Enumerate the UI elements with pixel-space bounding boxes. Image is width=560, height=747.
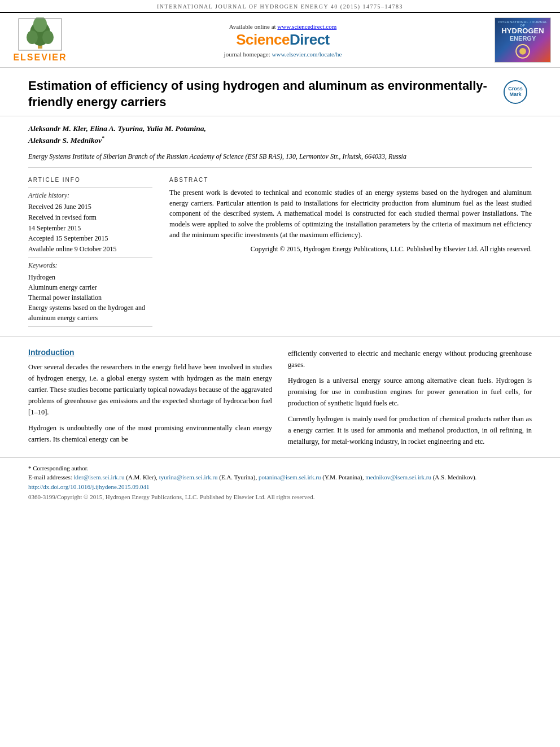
- intro-para-1-text: Over several decades the researchers in …: [28, 363, 272, 416]
- crossmark-line2: Mark: [509, 92, 521, 98]
- body-right-column: efficiently converted to electric and me…: [288, 348, 532, 452]
- authors-line1: Aleksandr M. Kler, Elina A. Tyurina, Yul…: [28, 124, 206, 133]
- authors-section: Aleksandr M. Kler, Elina A. Tyurina, Yul…: [0, 116, 560, 150]
- article-history-label: Article history:: [28, 191, 152, 200]
- sciencedirect-link[interactable]: www.sciencedirect.com: [277, 23, 336, 30]
- email-label: E-mail addresses:: [28, 474, 72, 480]
- info-divider-mid: [28, 257, 152, 258]
- journal-cover-area: International Journal of HYDROGEN ENERGY: [495, 18, 551, 63]
- header-band: ELSEVIER Available online at www.science…: [0, 12, 560, 68]
- keyword-1: Hydrogen: [28, 272, 152, 282]
- body-left-column: Introduction Over several decades the re…: [28, 348, 272, 452]
- abstract-column: Abstract The present work is devoted to …: [169, 177, 532, 330]
- article-info-heading: Article Info: [28, 177, 152, 183]
- accepted-date: Accepted 15 September 2015: [28, 234, 152, 243]
- intro-para-2: Hydrogen is undoubtedly one of the most …: [28, 422, 272, 445]
- corresponding-author-note: * Corresponding author.: [28, 464, 532, 473]
- email-2-author: (E.A. Tyurina),: [219, 474, 257, 480]
- authors-text: Aleksandr M. Kler, Elina A. Tyurina, Yul…: [28, 123, 532, 146]
- article-info-abstract-section: Article Info Article history: Received 2…: [0, 171, 560, 337]
- svg-point-2: [27, 30, 38, 44]
- info-divider-bot: [28, 326, 152, 327]
- crossmark-circle: Cross Mark: [504, 80, 527, 104]
- abstract-copyright: Copyright © 2015, Hydrogen Energy Public…: [169, 244, 532, 254]
- journal-top-bar: International Journal of Hydrogen Energy…: [0, 0, 560, 12]
- elsevier-wordmark: ELSEVIER: [13, 53, 67, 63]
- available-online-date: Available online 9 October 2015: [28, 244, 152, 254]
- crossmark-badge: Cross Mark: [504, 80, 532, 104]
- received-date: Received 26 June 2015: [28, 202, 152, 212]
- body-right-para-1: efficiently converted to electric and me…: [288, 348, 532, 370]
- article-title-section: Estimation of efficiency of using hydrog…: [0, 68, 560, 116]
- email-1-author: (A.M. Kler),: [126, 474, 158, 480]
- svg-point-3: [42, 30, 54, 44]
- direct-text: Direct: [290, 31, 330, 48]
- email-3-link[interactable]: potanina@isem.sei.irk.ru: [259, 474, 321, 480]
- footnote-copyright: 0360-3199/Copyright © 2015, Hydrogen Ene…: [28, 493, 532, 500]
- cover-main-text: HYDROGEN ENERGY: [501, 27, 544, 42]
- email-1-link[interactable]: kler@isem.sei.irk.ru: [74, 474, 125, 480]
- received-revised-date: 14 September 2015: [28, 224, 152, 233]
- authors-line2: Aleksandr S. Mednikov: [28, 136, 102, 145]
- info-divider-top: [28, 187, 152, 188]
- received-revised-label: Received in revised form: [28, 213, 152, 222]
- keyword-2: Aluminum energy carrier: [28, 282, 152, 292]
- cover-hydrogen: HYDROGEN: [501, 27, 544, 35]
- affiliation-text: Energy Systems Institute of Siberian Bra…: [28, 152, 532, 161]
- doi-line: http://dx.doi.org/10.1016/j.ijhydene.201…: [28, 482, 532, 492]
- article-info-column: Article Info Article history: Received 2…: [28, 177, 152, 330]
- cover-energy: ENERGY: [501, 35, 544, 42]
- homepage-label: journal homepage:: [224, 51, 270, 58]
- email-4-link[interactable]: mednikov@isem.sei.irk.ru: [365, 474, 431, 480]
- intro-para-1: Over several decades the researchers in …: [28, 361, 272, 418]
- sciencedirect-logo: ScienceDirect: [77, 31, 489, 49]
- article-body-section: Introduction Over several decades the re…: [0, 337, 560, 457]
- corresponding-sup: *: [102, 135, 104, 141]
- doi-link[interactable]: http://dx.doi.org/10.1016/j.ijhydene.201…: [28, 483, 150, 490]
- science-text: Science: [236, 31, 290, 48]
- footnote-section: * Corresponding author. E-mail addresses…: [0, 457, 560, 504]
- body-right-para-2: Hydrogen is a universal energy source am…: [288, 375, 532, 409]
- email-addresses-line: E-mail addresses: kler@isem.sei.irk.ru (…: [28, 473, 532, 482]
- available-online-text: Available online at www.sciencedirect.co…: [77, 23, 489, 30]
- email-2-link[interactable]: tyurina@isem.sei.irk.ru: [159, 474, 218, 480]
- keywords-label: Keywords:: [28, 261, 152, 270]
- journal-homepage: journal homepage: www.elsevier.com/locat…: [77, 51, 489, 58]
- keyword-4: Energy systems based on the hydrogen and…: [28, 303, 152, 323]
- homepage-link[interactable]: www.elsevier.com/locate/he: [272, 51, 342, 58]
- abstract-heading: Abstract: [169, 177, 532, 183]
- article-title: Estimation of efficiency of using hydrog…: [28, 78, 498, 110]
- divider-1: [28, 167, 532, 168]
- body-right-para-3: Currently hydrogen is mainly used for pr…: [288, 413, 532, 447]
- journal-cover-image: International Journal of HYDROGEN ENERGY: [495, 18, 551, 63]
- keyword-3: Thermal power installation: [28, 292, 152, 303]
- svg-point-7: [519, 48, 526, 55]
- elsevier-logo: ELSEVIER: [9, 18, 71, 63]
- introduction-heading: Introduction: [28, 348, 272, 357]
- article-title-container: Estimation of efficiency of using hydrog…: [28, 78, 498, 110]
- header-center: Available online at www.sciencedirect.co…: [77, 23, 489, 58]
- email-4-author: (A.S. Mednikov).: [433, 474, 477, 480]
- abstract-text: The present work is devoted to technical…: [169, 187, 532, 241]
- email-3-author: (Y.M. Potanina),: [322, 474, 364, 480]
- affiliation-section: Energy Systems Institute of Siberian Bra…: [0, 150, 560, 164]
- intro-para-2-text: Hydrogen is undoubtedly one of the most …: [28, 424, 272, 443]
